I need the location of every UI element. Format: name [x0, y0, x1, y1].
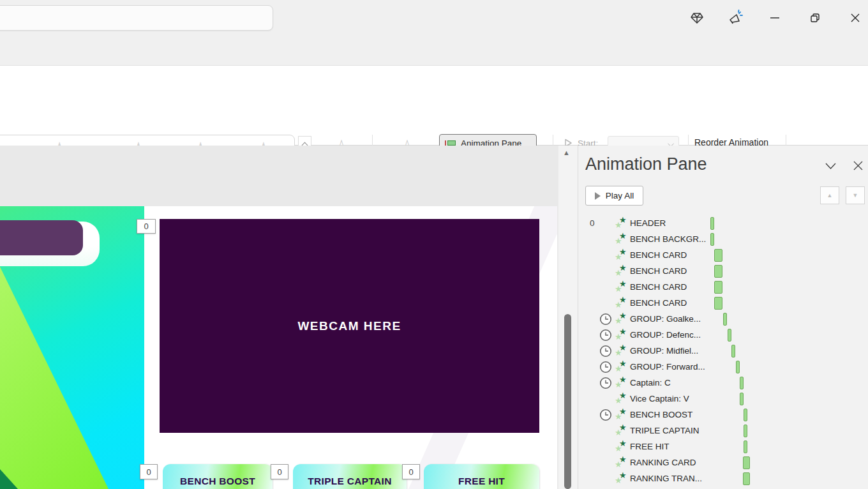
animation-item-label: GROUP: Defenc... [630, 330, 701, 340]
timeline-bar[interactable] [740, 393, 744, 405]
entrance-animation-star-icon: ★★ [615, 344, 630, 358]
after-previous-clock-icon [599, 361, 612, 376]
animation-item-label: BENCH CARD [630, 282, 687, 292]
after-previous-clock-icon [599, 329, 612, 344]
reorder-down-button[interactable]: ▼ [846, 186, 865, 204]
animation-item-label: TRIPLE CAPTAIN [630, 426, 700, 435]
animation-list-item[interactable]: ★★ GROUP: Goalke... [578, 312, 868, 327]
entrance-animation-star-icon: ★★ [615, 280, 630, 294]
animation-list-item[interactable]: ★★ BENCH CARD [578, 280, 868, 296]
play-all-button[interactable]: Play All [585, 186, 643, 206]
slide-canvas: 0 WEBCAM HERE BENCH BOOST TRIPLE CAPTAIN… [0, 146, 578, 489]
animation-list-item[interactable]: ★★ GROUP: Forward... [578, 359, 868, 375]
entrance-animation-star-icon: ★★ [615, 456, 630, 470]
animation-list-item[interactable]: ★★ RANKING TRAN... [578, 471, 868, 487]
timeline-bar[interactable] [728, 329, 731, 342]
entrance-animation-star-icon: ★★ [615, 264, 630, 278]
after-previous-clock-icon [599, 345, 612, 360]
timeline-bar[interactable] [710, 217, 714, 230]
timeline-bar[interactable] [736, 361, 740, 373]
timeline-bar[interactable] [731, 345, 735, 357]
entrance-animation-star-icon: ★★ [615, 392, 630, 406]
animation-order-badge: 0 [140, 464, 158, 479]
entrance-animation-star-icon: ★★ [615, 408, 630, 422]
pane-chevron-down-icon[interactable] [825, 161, 836, 172]
animation-item-label: FREE HIT [630, 442, 670, 451]
timeline-bar[interactable] [714, 265, 722, 278]
restore-button[interactable] [806, 9, 824, 27]
animation-order-badge: 0 [137, 219, 156, 234]
entrance-animation-star-icon: ★★ [615, 216, 630, 230]
webcam-placeholder-label: WEBCAM HERE [297, 319, 401, 333]
timeline-bar[interactable] [744, 409, 747, 421]
animation-list-item[interactable]: ★★ RANKING CARD [578, 455, 868, 471]
editor-scrollbar-thumb[interactable] [564, 314, 571, 489]
command-bar: t Record Share [0, 36, 868, 66]
animation-list-item[interactable]: ★★ BENCH BACKGR... [578, 232, 868, 248]
webcam-placeholder-box[interactable]: WEBCAM HERE [160, 219, 539, 433]
entrance-animation-star-icon: ★★ [615, 328, 630, 342]
timeline-bar[interactable] [740, 377, 744, 389]
animation-item-label: Captain: C [630, 378, 671, 387]
animation-order-badge: 0 [271, 464, 288, 479]
animation-list-item[interactable]: ★★ BENCH CARD [578, 248, 868, 264]
animation-item-label: GROUP: Goalke... [630, 314, 701, 324]
timeline-bar[interactable] [714, 249, 722, 262]
animation-list-item[interactable]: ★★ Captain: C [578, 375, 868, 391]
animation-list-item[interactable]: 0 ★★ HEADER [578, 216, 868, 232]
timeline-bar[interactable] [714, 297, 722, 310]
animation-list-item[interactable]: ★★ GROUP: Midfiel... [578, 343, 868, 359]
animation-item-label: BENCH CARD [630, 298, 687, 308]
animation-list: 0 ★★ HEADER ★★ BENCH BACKGR... [578, 216, 868, 487]
free-hit-card[interactable]: FREE HIT [424, 464, 539, 489]
animation-list-item[interactable]: ★★ BENCH CARD [578, 296, 868, 312]
search-box[interactable] [0, 5, 273, 31]
timeline-bar[interactable] [744, 440, 747, 453]
entrance-animation-star-icon: ★★ [615, 424, 630, 438]
timeline-bar[interactable] [710, 233, 714, 246]
timeline-bar[interactable] [744, 425, 747, 437]
close-button[interactable] [846, 9, 864, 27]
timeline-bar[interactable] [743, 456, 750, 469]
bench-boost-card[interactable]: BENCH BOOST [163, 464, 273, 489]
animation-list-item[interactable]: ★★ TRIPLE CAPTAIN [578, 423, 868, 439]
animation-item-label: HEADER [630, 218, 666, 228]
entrance-animation-star-icon: ★★ [615, 376, 630, 390]
entrance-animation-star-icon: ★★ [615, 312, 630, 326]
animation-list-item[interactable]: ★★ BENCH BOOST [578, 407, 868, 423]
after-previous-clock-icon [599, 313, 612, 328]
animation-item-label: BENCH BACKGR... [630, 234, 706, 244]
announcements-megaphone-icon[interactable] [726, 9, 744, 27]
entrance-animation-star-icon: ★★ [615, 232, 630, 246]
after-previous-clock-icon [599, 377, 612, 392]
purple-rounded-shape[interactable] [0, 220, 83, 255]
animation-item-label: BENCH CARD [630, 250, 687, 260]
ribbon: ★ e ★ Wheel ★ Random Bars ★ ★ Grow & Tur… [0, 66, 868, 146]
animation-pane: Animation Pane Play All ▲ ▼ 0 ★★ HEADER [578, 146, 868, 489]
animation-pane-title: Animation Pane [585, 154, 707, 174]
animation-list-item[interactable]: ★★ GROUP: Defenc... [578, 327, 868, 343]
animation-item-label: Vice Captain: V [630, 394, 689, 403]
powerpoint-window: t Record Share ★ e ★ Whe [0, 0, 868, 489]
entrance-animation-star-icon: ★★ [615, 360, 630, 374]
sequence-number: 0 [590, 218, 600, 228]
slide[interactable]: 0 WEBCAM HERE BENCH BOOST TRIPLE CAPTAIN… [0, 206, 557, 489]
triple-captain-card[interactable]: TRIPLE CAPTAIN [293, 464, 407, 489]
title-bar [0, 0, 868, 36]
timeline-bar[interactable] [714, 281, 722, 294]
entrance-animation-star-icon: ★★ [615, 296, 630, 310]
pane-close-icon[interactable] [853, 161, 863, 173]
premium-diamond-icon[interactable] [688, 9, 706, 27]
after-previous-clock-icon [599, 409, 612, 424]
timeline-bar[interactable] [743, 472, 750, 485]
animation-item-label: RANKING TRAN... [630, 474, 702, 483]
entrance-animation-star-icon: ★★ [615, 248, 630, 262]
animation-list-item[interactable]: ★★ Vice Captain: V [578, 391, 868, 407]
reorder-up-button[interactable]: ▲ [820, 186, 839, 204]
scrollbar-up-arrow[interactable]: ▲ [563, 149, 570, 156]
animation-item-label: BENCH CARD [630, 266, 687, 276]
minimize-button[interactable] [766, 9, 784, 27]
timeline-bar[interactable] [723, 313, 727, 326]
animation-list-item[interactable]: ★★ FREE HIT [578, 439, 868, 455]
animation-list-item[interactable]: ★★ BENCH CARD [578, 264, 868, 280]
